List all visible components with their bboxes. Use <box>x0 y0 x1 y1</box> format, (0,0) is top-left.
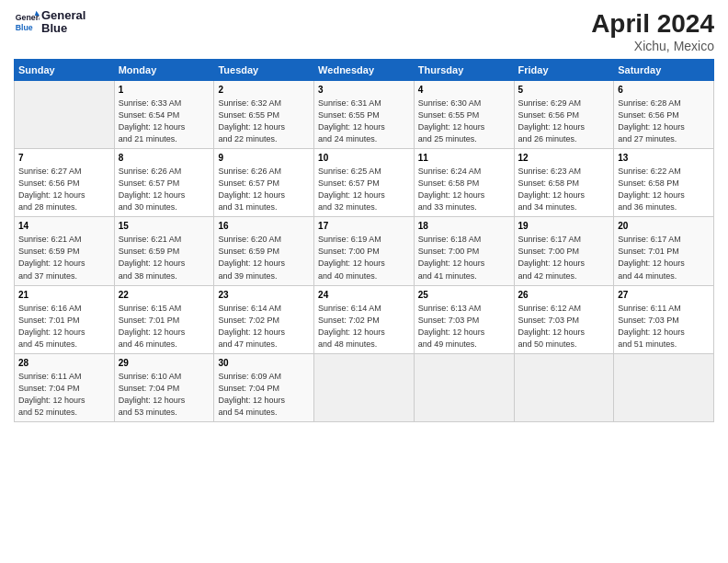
table-cell: 18Sunrise: 6:18 AM Sunset: 7:00 PM Dayli… <box>414 217 514 285</box>
table-cell: 23Sunrise: 6:14 AM Sunset: 7:02 PM Dayli… <box>214 285 314 353</box>
day-info: Sunrise: 6:15 AM Sunset: 7:01 PM Dayligh… <box>119 303 210 350</box>
day-info: Sunrise: 6:25 AM Sunset: 6:57 PM Dayligh… <box>318 166 410 213</box>
table-cell: 8Sunrise: 6:26 AM Sunset: 6:57 PM Daylig… <box>114 149 214 217</box>
logo: General Blue General Blue <box>14 9 85 36</box>
table-cell: 5Sunrise: 6:29 AM Sunset: 6:56 PM Daylig… <box>514 81 614 149</box>
day-info: Sunrise: 6:26 AM Sunset: 6:57 PM Dayligh… <box>119 166 210 213</box>
day-number: 14 <box>18 220 110 233</box>
day-info: Sunrise: 6:21 AM Sunset: 6:59 PM Dayligh… <box>119 234 210 282</box>
day-info: Sunrise: 6:23 AM Sunset: 6:58 PM Dayligh… <box>518 166 610 213</box>
day-info: Sunrise: 6:17 AM Sunset: 7:00 PM Dayligh… <box>518 234 610 282</box>
col-header-saturday: Saturday <box>614 60 714 81</box>
day-number: 3 <box>318 84 410 97</box>
table-cell: 19Sunrise: 6:17 AM Sunset: 7:00 PM Dayli… <box>514 217 614 285</box>
day-number: 25 <box>418 289 510 302</box>
col-header-wednesday: Wednesday <box>314 60 415 81</box>
table-cell <box>514 353 614 421</box>
table-cell: 16Sunrise: 6:20 AM Sunset: 6:59 PM Dayli… <box>214 217 314 285</box>
table-cell: 15Sunrise: 6:21 AM Sunset: 6:59 PM Dayli… <box>114 217 214 285</box>
table-cell <box>314 353 415 421</box>
col-header-monday: Monday <box>114 60 214 81</box>
day-number: 20 <box>618 220 710 233</box>
table-cell: 6Sunrise: 6:28 AM Sunset: 6:56 PM Daylig… <box>614 81 714 149</box>
table-cell: 17Sunrise: 6:19 AM Sunset: 7:00 PM Dayli… <box>314 217 415 285</box>
day-number: 8 <box>119 152 210 165</box>
calendar-table: SundayMondayTuesdayWednesdayThursdayFrid… <box>14 59 714 422</box>
day-info: Sunrise: 6:12 AM Sunset: 7:03 PM Dayligh… <box>518 303 610 350</box>
day-number: 21 <box>18 289 110 302</box>
table-header: SundayMondayTuesdayWednesdayThursdayFrid… <box>15 60 714 81</box>
day-number: 1 <box>119 84 210 97</box>
day-number: 30 <box>218 357 310 370</box>
table-cell: 4Sunrise: 6:30 AM Sunset: 6:55 PM Daylig… <box>414 81 514 149</box>
day-number: 7 <box>18 152 110 165</box>
day-number: 23 <box>218 289 310 302</box>
day-number: 16 <box>218 220 310 233</box>
table-cell: 26Sunrise: 6:12 AM Sunset: 7:03 PM Dayli… <box>514 285 614 353</box>
day-number: 11 <box>418 152 510 165</box>
title-block: April 2024 Xichu, Mexico <box>591 9 714 53</box>
day-info: Sunrise: 6:11 AM Sunset: 7:04 PM Dayligh… <box>18 371 110 419</box>
col-header-thursday: Thursday <box>414 60 514 81</box>
page-container: General Blue General Blue April 2024 Xic… <box>0 0 728 431</box>
day-number: 9 <box>218 152 310 165</box>
svg-text:Blue: Blue <box>16 23 33 32</box>
day-info: Sunrise: 6:24 AM Sunset: 6:58 PM Dayligh… <box>418 166 510 213</box>
table-cell: 12Sunrise: 6:23 AM Sunset: 6:58 PM Dayli… <box>514 149 614 217</box>
day-info: Sunrise: 6:11 AM Sunset: 7:03 PM Dayligh… <box>618 303 710 350</box>
day-info: Sunrise: 6:14 AM Sunset: 7:02 PM Dayligh… <box>218 303 310 350</box>
day-info: Sunrise: 6:31 AM Sunset: 6:55 PM Dayligh… <box>318 98 410 145</box>
week-row-3: 14Sunrise: 6:21 AM Sunset: 6:59 PM Dayli… <box>15 217 714 285</box>
day-number: 15 <box>119 220 210 233</box>
table-cell: 1Sunrise: 6:33 AM Sunset: 6:54 PM Daylig… <box>114 81 214 149</box>
table-cell: 30Sunrise: 6:09 AM Sunset: 7:04 PM Dayli… <box>214 353 314 421</box>
day-number: 29 <box>119 357 210 370</box>
day-number: 5 <box>518 84 610 97</box>
col-header-friday: Friday <box>514 60 614 81</box>
day-number: 28 <box>18 357 110 370</box>
table-cell: 3Sunrise: 6:31 AM Sunset: 6:55 PM Daylig… <box>314 81 415 149</box>
table-cell: 28Sunrise: 6:11 AM Sunset: 7:04 PM Dayli… <box>15 353 115 421</box>
day-info: Sunrise: 6:32 AM Sunset: 6:55 PM Dayligh… <box>218 98 310 145</box>
day-info: Sunrise: 6:21 AM Sunset: 6:59 PM Dayligh… <box>18 234 110 282</box>
table-cell: 25Sunrise: 6:13 AM Sunset: 7:03 PM Dayli… <box>414 285 514 353</box>
table-cell <box>414 353 514 421</box>
table-cell: 20Sunrise: 6:17 AM Sunset: 7:01 PM Dayli… <box>614 217 714 285</box>
header: General Blue General Blue April 2024 Xic… <box>14 9 714 53</box>
day-info: Sunrise: 6:19 AM Sunset: 7:00 PM Dayligh… <box>318 234 410 282</box>
table-cell: 2Sunrise: 6:32 AM Sunset: 6:55 PM Daylig… <box>214 81 314 149</box>
day-number: 13 <box>618 152 710 165</box>
week-row-4: 21Sunrise: 6:16 AM Sunset: 7:01 PM Dayli… <box>15 285 714 353</box>
day-info: Sunrise: 6:20 AM Sunset: 6:59 PM Dayligh… <box>218 234 310 282</box>
day-number: 12 <box>518 152 610 165</box>
day-number: 6 <box>618 84 710 97</box>
day-info: Sunrise: 6:10 AM Sunset: 7:04 PM Dayligh… <box>119 371 210 419</box>
table-cell: 14Sunrise: 6:21 AM Sunset: 6:59 PM Dayli… <box>15 217 115 285</box>
day-info: Sunrise: 6:30 AM Sunset: 6:55 PM Dayligh… <box>418 98 510 145</box>
col-header-sunday: Sunday <box>15 60 115 81</box>
table-cell: 11Sunrise: 6:24 AM Sunset: 6:58 PM Dayli… <box>414 149 514 217</box>
day-number: 27 <box>618 289 710 302</box>
day-info: Sunrise: 6:22 AM Sunset: 6:58 PM Dayligh… <box>618 166 710 213</box>
table-cell: 9Sunrise: 6:26 AM Sunset: 6:57 PM Daylig… <box>214 149 314 217</box>
day-info: Sunrise: 6:28 AM Sunset: 6:56 PM Dayligh… <box>618 98 710 145</box>
week-row-1: 1Sunrise: 6:33 AM Sunset: 6:54 PM Daylig… <box>15 81 714 149</box>
day-number: 22 <box>119 289 210 302</box>
day-info: Sunrise: 6:18 AM Sunset: 7:00 PM Dayligh… <box>418 234 510 282</box>
day-number: 4 <box>418 84 510 97</box>
table-cell <box>614 353 714 421</box>
day-number: 26 <box>518 289 610 302</box>
day-number: 18 <box>418 220 510 233</box>
day-info: Sunrise: 6:17 AM Sunset: 7:01 PM Dayligh… <box>618 234 710 282</box>
day-info: Sunrise: 6:16 AM Sunset: 7:01 PM Dayligh… <box>18 303 110 350</box>
table-cell: 27Sunrise: 6:11 AM Sunset: 7:03 PM Dayli… <box>614 285 714 353</box>
day-number: 10 <box>318 152 410 165</box>
day-number: 24 <box>318 289 410 302</box>
day-info: Sunrise: 6:14 AM Sunset: 7:02 PM Dayligh… <box>318 303 410 350</box>
table-cell: 24Sunrise: 6:14 AM Sunset: 7:02 PM Dayli… <box>314 285 415 353</box>
main-title: April 2024 <box>591 9 714 39</box>
week-row-2: 7Sunrise: 6:27 AM Sunset: 6:56 PM Daylig… <box>15 149 714 217</box>
col-header-tuesday: Tuesday <box>214 60 314 81</box>
logo-text-general: General <box>41 9 85 22</box>
table-cell: 10Sunrise: 6:25 AM Sunset: 6:57 PM Dayli… <box>314 149 415 217</box>
